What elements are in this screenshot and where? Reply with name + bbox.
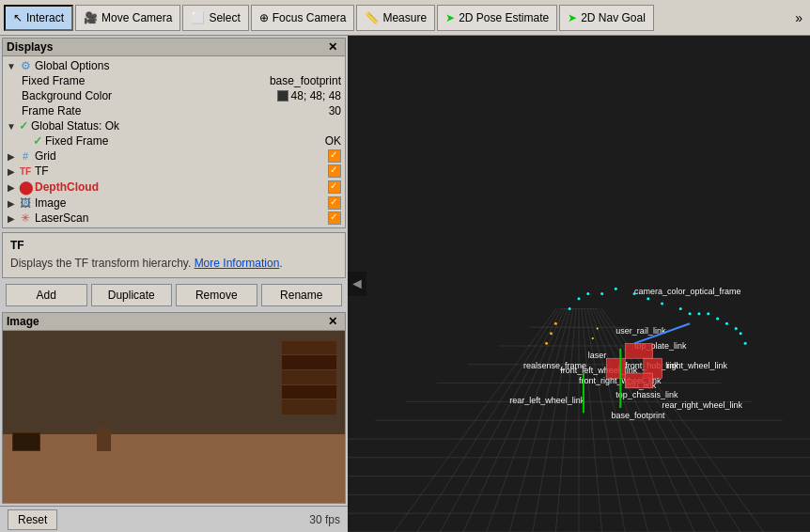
focus-camera-button[interactable]: ⊕ Focus Camera <box>251 5 355 31</box>
displays-title: Displays <box>7 40 53 54</box>
room-object <box>12 432 40 451</box>
nav-goal-button[interactable]: ➤ 2D Nav Goal <box>559 5 654 31</box>
image-checkbox[interactable] <box>328 196 341 210</box>
bottom-row: Reset 30 fps <box>0 506 348 532</box>
bg-color-row[interactable]: Background Color 48; 48; 48 <box>7 88 345 103</box>
measure-label: Measure <box>382 11 427 24</box>
info-title: TF <box>10 239 337 252</box>
pose-estimate-label: 2D Pose Estimate <box>459 11 549 24</box>
depthcloud-checkbox[interactable] <box>328 180 341 194</box>
image-panel-header: Image ✕ <box>3 313 345 331</box>
select-button[interactable]: ⬜ Select <box>182 5 248 31</box>
move-camera-button[interactable]: 🎥 Move Camera <box>75 5 180 31</box>
global-status-label: Global Status: Ok <box>31 119 341 133</box>
room-floor <box>3 434 345 503</box>
image-canvas <box>3 331 345 503</box>
main-content: Displays ✕ ▼ ⚙ Global Options Fixed Fram… <box>0 36 810 532</box>
toolbar-expand-icon[interactable]: » <box>791 8 806 27</box>
room-object2 <box>97 428 111 451</box>
move-camera-label: Move Camera <box>101 11 172 24</box>
frame-rate-row[interactable]: Frame Rate 30 <box>7 103 345 118</box>
ruler-icon: 📏 <box>365 11 379 24</box>
grid-arrow: ▶ <box>7 151 16 162</box>
laserscan-label: LaserScan <box>35 211 325 225</box>
grid-icon: # <box>19 150 32 162</box>
fixed-frame-check: ✓ <box>33 134 42 148</box>
depthcloud-arrow: ▶ <box>7 182 16 193</box>
global-options-row[interactable]: ▼ ⚙ Global Options <box>3 58 345 73</box>
nav-goal-label: 2D Nav Goal <box>581 11 646 24</box>
global-status-check: ✓ <box>19 119 28 133</box>
info-panel: TF Displays the TF transform hierarchy. … <box>2 232 346 278</box>
pose-arrow-icon: ➤ <box>445 11 455 24</box>
interact-label: Interact <box>26 11 64 24</box>
cursor-icon: ↖ <box>13 11 23 24</box>
frame-rate-value: 30 <box>329 104 341 117</box>
bg-color-box <box>277 90 288 102</box>
buttons-row: Add Duplicate Remove Rename <box>0 280 348 310</box>
pose-estimate-button[interactable]: ➤ 2D Pose Estimate <box>437 5 557 31</box>
laserscan-checkbox[interactable] <box>328 211 341 225</box>
select-box-icon: ⬜ <box>191 11 205 24</box>
gear-icon: ⚙ <box>19 59 32 72</box>
laserscan-row[interactable]: ▶ ✳ LaserScan <box>3 211 345 226</box>
left-panel: Displays ✕ ▼ ⚙ Global Options Fixed Fram… <box>0 36 348 532</box>
more-info-link[interactable]: More Information <box>195 257 280 270</box>
global-options-arrow: ▼ <box>7 61 16 71</box>
depth-icon: ⬤ <box>19 180 32 195</box>
global-options-label: Global Options <box>35 59 341 72</box>
image-row[interactable]: ▶ 🖼 Image <box>3 196 345 211</box>
laser-icon: ✳ <box>19 211 32 225</box>
frame-rate-label: Frame Rate <box>22 104 319 117</box>
global-options-group: Fixed Frame base_footprint Background Co… <box>3 73 345 118</box>
global-status-arrow: ▼ <box>7 121 16 132</box>
fixed-frame-row[interactable]: Fixed Frame base_footprint <box>7 73 345 88</box>
grid-checkbox[interactable] <box>328 149 341 163</box>
fixed-frame-status-row[interactable]: ✓ Fixed Frame OK <box>7 133 345 149</box>
tf-row[interactable]: ▶ TF TF <box>3 164 345 179</box>
global-status-group: ✓ Fixed Frame OK <box>3 133 345 149</box>
reset-button[interactable]: Reset <box>8 509 57 530</box>
focus-camera-label: Focus Camera <box>273 11 347 24</box>
bg-color-value: 48; 48; 48 <box>291 89 341 102</box>
fixed-frame-label: Fixed Frame <box>22 74 259 87</box>
tf-arrow: ▶ <box>7 166 16 177</box>
laserscan-arrow: ▶ <box>7 213 16 224</box>
grid-row[interactable]: ▶ # Grid <box>3 149 345 164</box>
viewport-left-arrow[interactable]: ◄ <box>348 272 366 296</box>
fixed-frame-ok-value: OK <box>325 134 341 148</box>
displays-close-button[interactable]: ✕ <box>324 40 341 54</box>
image-icon: 🖼 <box>19 196 32 210</box>
rename-button[interactable]: Rename <box>261 284 343 306</box>
tf-label: TF <box>35 164 325 178</box>
global-status-row[interactable]: ▼ ✓ Global Status: Ok <box>3 118 345 133</box>
remove-button[interactable]: Remove <box>176 284 257 306</box>
depthcloud-row[interactable]: ▶ ⬤ DepthCloud <box>3 179 345 196</box>
fixed-frame-status-label: Fixed Frame <box>45 134 315 148</box>
grid-label: Grid <box>35 149 325 163</box>
measure-button[interactable]: 📏 Measure <box>356 5 435 31</box>
info-description: Displays the TF transform hierarchy. <box>10 257 191 270</box>
select-label: Select <box>209 11 240 24</box>
3d-viewport[interactable]: ◄ <box>348 36 810 532</box>
viewport-canvas <box>348 36 810 532</box>
image-panel-close-button[interactable]: ✕ <box>324 315 341 328</box>
image-panel: Image ✕ <box>2 312 346 504</box>
bg-color-label: Background Color <box>22 89 267 102</box>
fixed-frame-value: base_footprint <box>270 74 341 87</box>
info-period: . <box>279 257 282 270</box>
image-arrow: ▶ <box>7 198 16 209</box>
focus-icon: ⊕ <box>259 11 269 24</box>
duplicate-button[interactable]: Duplicate <box>91 284 173 306</box>
fps-display: 30 fps <box>309 513 340 526</box>
camera-icon: 🎥 <box>84 11 98 24</box>
interact-button[interactable]: ↖ Interact <box>4 5 73 31</box>
add-button[interactable]: Add <box>6 284 87 306</box>
displays-tree: ▼ ⚙ Global Options Fixed Frame base_foot… <box>3 56 345 227</box>
tf-checkbox[interactable] <box>328 164 341 178</box>
tf-icon: TF <box>19 166 32 177</box>
depthcloud-label: DepthCloud <box>35 180 325 194</box>
displays-header: Displays ✕ <box>3 39 345 56</box>
toolbar: ↖ Interact 🎥 Move Camera ⬜ Select ⊕ Focu… <box>0 0 810 36</box>
nav-arrow-icon: ➤ <box>568 11 577 24</box>
